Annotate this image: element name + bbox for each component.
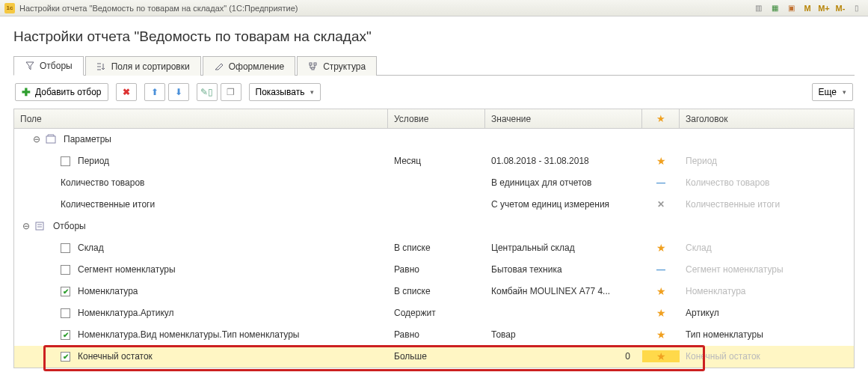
chevron-down-icon: ▾	[310, 88, 314, 96]
edit-button[interactable]: ✎▯	[197, 83, 218, 101]
calendar-icon[interactable]: ▣	[784, 2, 798, 14]
header-condition[interactable]: Условие	[388, 109, 485, 128]
tab-fields[interactable]: Поля и сортировки	[85, 56, 201, 76]
arrow-down-icon: ⬇	[175, 87, 182, 97]
checkbox[interactable]	[61, 265, 70, 275]
collapse-icon[interactable]: ⊖	[32, 135, 41, 144]
title-cell[interactable]: Номенклатура	[686, 286, 746, 296]
copy-button[interactable]: ❐	[221, 83, 241, 101]
button-label: Еще	[819, 87, 837, 97]
move-down-button[interactable]: ⬇	[168, 83, 189, 101]
table-row[interactable]: Количество товаров В единицах для отчето…	[14, 172, 854, 194]
header-title[interactable]: Заголовок	[680, 109, 854, 128]
value-cell[interactable]: Комбайн MOULINEX А77 4...	[485, 286, 642, 296]
m-plus-button[interactable]: M+	[817, 2, 831, 14]
value-cell[interactable]: С учетом единиц измерения	[485, 199, 642, 210]
field-name: Сегмент номенклатуры	[78, 264, 176, 275]
star-cell[interactable]: —	[642, 264, 680, 275]
checkbox[interactable]	[61, 308, 70, 318]
value-cell[interactable]: 01.08.2018 - 31.08.2018	[485, 156, 642, 166]
title-cell[interactable]: Артикул	[686, 308, 719, 318]
delete-button[interactable]: ✖	[116, 83, 137, 101]
m-button[interactable]: M	[801, 2, 814, 14]
value-cell[interactable]: В единицах для отчетов	[485, 177, 642, 188]
title-cell[interactable]: Сегмент номенклатуры	[686, 264, 784, 275]
list-sort-icon	[96, 61, 107, 72]
checkbox[interactable]	[61, 156, 70, 166]
condition-cell[interactable]: Равно	[388, 329, 485, 340]
tab-structure[interactable]: Структура	[297, 56, 377, 76]
condition-cell[interactable]: В списке	[388, 286, 485, 296]
header-star[interactable]: ★	[642, 109, 680, 128]
title-cell[interactable]: Количественные итоги	[686, 199, 780, 210]
condition-cell[interactable]: В списке	[388, 243, 485, 253]
value-cell[interactable]: Товар	[485, 329, 642, 340]
star-cell[interactable]: ★	[642, 155, 680, 167]
checkbox[interactable]	[61, 243, 70, 253]
collapse-icon[interactable]: ⊖	[22, 222, 31, 231]
app-icon: 1c	[4, 3, 15, 13]
title-cell[interactable]: Период	[686, 156, 717, 166]
plus-icon: ✚	[22, 86, 31, 98]
star-icon: ★	[656, 307, 666, 319]
star-cell[interactable]: ★	[642, 242, 680, 254]
grid-body: ⊖ Параметры Период Месяц 01.08.2018 - 31…	[14, 129, 854, 368]
table-row[interactable]: Сегмент номенклатуры Равно Бытовая техни…	[14, 259, 854, 281]
tab-format[interactable]: Оформление	[203, 56, 295, 76]
title-cell[interactable]: Конечный остаток	[686, 351, 760, 362]
star-icon: ★	[656, 329, 666, 341]
group-row-params[interactable]: ⊖ Параметры	[14, 129, 854, 150]
button-label: Добавить отбор	[35, 87, 102, 97]
table-row[interactable]: Номенклатура.Вид номенклатуры.Тип номенк…	[14, 324, 854, 346]
condition-cell[interactable]: Равно	[388, 264, 485, 275]
table-row[interactable]: Количественные итоги С учетом единиц изм…	[14, 194, 854, 216]
star-cell[interactable]: ✕	[642, 199, 680, 210]
group-row-filters[interactable]: ⊖ Отборы	[14, 216, 854, 237]
calculator-icon[interactable]: ▦	[768, 2, 781, 14]
group-label: Отборы	[53, 221, 86, 231]
table-row[interactable]: Номенклатура В списке Комбайн MOULINEX А…	[14, 281, 854, 302]
star-cell[interactable]: ★	[642, 329, 680, 341]
star-cell[interactable]: —	[642, 177, 680, 188]
filters-group-icon	[35, 221, 47, 231]
svg-rect-2	[312, 67, 314, 70]
svg-rect-3	[46, 136, 55, 143]
value-cell[interactable]: 0	[485, 351, 642, 362]
tab-label: Поля и сортировки	[111, 61, 190, 72]
star-cell[interactable]: ★	[642, 307, 680, 319]
move-up-button[interactable]: ⬆	[144, 83, 165, 101]
copy-icon: ❐	[227, 87, 235, 97]
title-cell[interactable]: Склад	[686, 243, 712, 253]
condition-cell[interactable]: Больше	[388, 351, 485, 362]
m-minus-button[interactable]: M-	[834, 2, 847, 14]
value-cell[interactable]: Центральный склад	[485, 243, 642, 253]
condition-cell[interactable]: Содержит	[388, 308, 485, 318]
star-icon: ★	[656, 155, 666, 167]
tab-filters[interactable]: Отборы	[13, 56, 84, 76]
value-cell[interactable]: Бытовая техника	[485, 264, 642, 275]
star-cell[interactable]: ★	[642, 285, 680, 297]
checkbox[interactable]	[61, 287, 70, 296]
header-value[interactable]: Значение	[485, 109, 642, 128]
table-row[interactable]: Период Месяц 01.08.2018 - 31.08.2018 ★ П…	[14, 150, 854, 172]
title-cell[interactable]: Тип номенклатуры	[686, 329, 763, 340]
star-cell[interactable]: ★	[642, 350, 680, 362]
checkbox[interactable]	[61, 352, 70, 362]
table-row-selected[interactable]: Конечный остаток Больше 0 ★ Конечный ост…	[14, 346, 854, 368]
title-cell[interactable]: Количество товаров	[686, 177, 769, 188]
header-field[interactable]: Поле	[14, 109, 388, 128]
more-dropdown-button[interactable]: Еще ▾	[812, 83, 853, 101]
show-dropdown-button[interactable]: Показывать ▾	[249, 83, 321, 101]
field-name: Период	[78, 156, 109, 166]
field-name: Количество товаров	[61, 177, 144, 188]
condition-cell[interactable]: Месяц	[388, 156, 485, 166]
page-title: Настройки отчета "Ведомость по товарам н…	[13, 28, 855, 45]
document-icon[interactable]: ▥	[751, 2, 765, 14]
table-row[interactable]: Склад В списке Центральный склад ★ Склад	[14, 237, 854, 259]
add-filter-button[interactable]: ✚ Добавить отбор	[15, 83, 108, 101]
field-name: Количественные итоги	[61, 199, 155, 210]
table-row[interactable]: Номенклатура.Артикул Содержит ★ Артикул	[14, 302, 854, 324]
checkbox[interactable]	[61, 330, 70, 340]
toolbar-extra-icon[interactable]: ▯	[850, 2, 864, 14]
delete-icon: ✖	[123, 87, 130, 97]
